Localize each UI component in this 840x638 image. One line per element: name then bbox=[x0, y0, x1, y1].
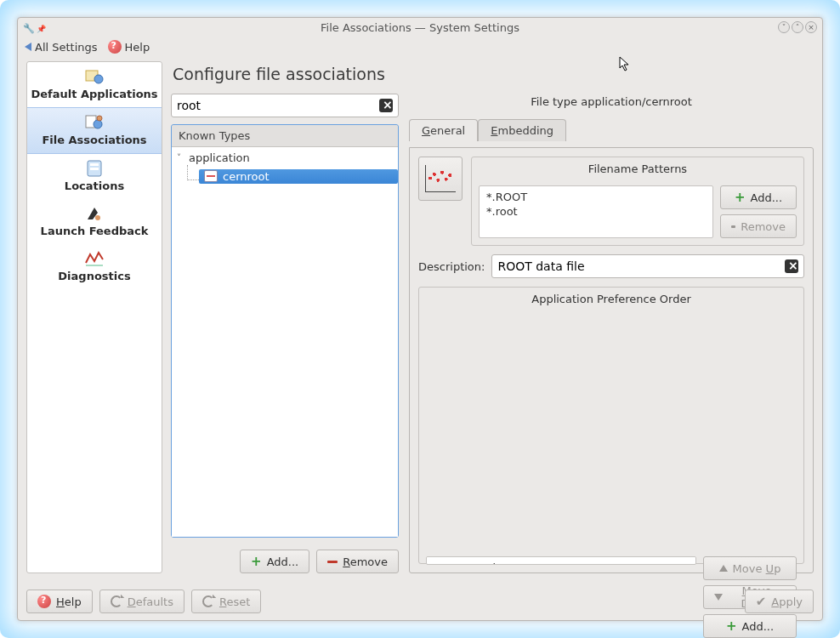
footer-apply-button[interactable]: ✔ Apply bbox=[745, 590, 814, 613]
reset-label: Reset bbox=[219, 595, 250, 608]
svg-point-3 bbox=[94, 120, 102, 128]
tabs: General Embedding bbox=[409, 118, 814, 140]
sidebar-item-launch-feedback[interactable]: Launch Feedback bbox=[27, 199, 162, 244]
footer: Help Defaults Reset ✔ Apply bbox=[18, 582, 822, 620]
window-title: File Associations — System Settings bbox=[321, 21, 519, 34]
svg-rect-7 bbox=[90, 168, 99, 170]
tree-node-label: cernroot bbox=[223, 170, 270, 183]
sidebar-item-label: Launch Feedback bbox=[41, 225, 149, 237]
sidebar: Default Applications File Associations L… bbox=[26, 61, 162, 573]
app-menu-icon[interactable] bbox=[23, 21, 35, 34]
diagnostics-icon bbox=[84, 249, 105, 268]
settings-window: File Associations — System Settings ˅ ˄ … bbox=[17, 17, 823, 621]
patterns-listbox[interactable]: *.ROOT *.root bbox=[479, 185, 713, 238]
minus-icon bbox=[731, 225, 735, 228]
sidebar-item-file-associations[interactable]: File Associations bbox=[27, 107, 162, 154]
page-title: Configure file associations bbox=[171, 61, 814, 94]
help-icon bbox=[37, 595, 51, 608]
apps-move-up-button[interactable]: Move Up bbox=[703, 556, 797, 580]
tab-panel-general: Filename Patterns *.ROOT *.root + Add. bbox=[409, 147, 814, 573]
move-up-label: Move Up bbox=[733, 562, 781, 575]
add-label: Add... bbox=[742, 620, 775, 633]
help-label: Help bbox=[56, 595, 82, 608]
toolbar: All Settings Help bbox=[18, 37, 822, 61]
file-type-label: File type application/cernroot bbox=[409, 94, 814, 111]
remove-label: Remove bbox=[741, 220, 786, 233]
patterns-title: Filename Patterns bbox=[479, 162, 797, 175]
known-types-header: Known Types bbox=[172, 125, 398, 147]
description-label: Description: bbox=[418, 260, 485, 273]
svg-point-4 bbox=[97, 116, 102, 121]
titlebar: File Associations — System Settings ˅ ˄ … bbox=[18, 18, 822, 37]
all-settings-label: All Settings bbox=[35, 41, 98, 54]
plus-icon: + bbox=[735, 190, 746, 205]
all-settings-button[interactable]: All Settings bbox=[25, 41, 98, 54]
known-types-tree[interactable]: ˅ application cernroot bbox=[172, 147, 398, 537]
footer-defaults-button[interactable]: Defaults bbox=[99, 590, 184, 613]
sidebar-item-label: File Associations bbox=[42, 134, 146, 146]
description-input-wrapper[interactable] bbox=[491, 254, 804, 278]
search-input[interactable] bbox=[177, 99, 379, 112]
types-remove-button[interactable]: Remove bbox=[316, 550, 399, 573]
description-input[interactable] bbox=[497, 259, 785, 273]
add-label: Add... bbox=[751, 191, 783, 204]
pin-icon[interactable] bbox=[37, 21, 46, 34]
sidebar-item-label: Default Applications bbox=[31, 88, 157, 100]
tab-general[interactable]: General bbox=[409, 119, 478, 141]
sidebar-item-label: Locations bbox=[65, 179, 124, 192]
tree-line bbox=[187, 165, 199, 180]
minimize-icon[interactable]: ˅ bbox=[778, 21, 790, 33]
list-item[interactable]: *.ROOT bbox=[486, 190, 706, 204]
footer-help-button[interactable]: Help bbox=[26, 590, 93, 613]
help-button[interactable]: Help bbox=[108, 40, 150, 54]
reset-icon bbox=[202, 595, 214, 607]
sidebar-item-diagnostics[interactable]: Diagnostics bbox=[27, 244, 162, 289]
apply-label: Apply bbox=[771, 595, 803, 608]
tree-node-application[interactable]: ˅ application bbox=[172, 151, 398, 165]
plus-icon: + bbox=[726, 618, 737, 634]
filetype-icon-button[interactable] bbox=[418, 157, 463, 201]
plus-icon: + bbox=[251, 554, 262, 569]
search-input-wrapper[interactable] bbox=[171, 94, 399, 117]
default-apps-icon bbox=[84, 67, 105, 86]
footer-reset-button[interactable]: Reset bbox=[191, 590, 261, 613]
tree-node-cernroot[interactable]: cernroot bbox=[187, 165, 398, 187]
clear-description-icon[interactable] bbox=[785, 259, 798, 273]
clear-search-icon[interactable] bbox=[379, 99, 393, 112]
apps-title: Application Preference Order bbox=[426, 293, 797, 553]
patterns-remove-button[interactable]: Remove bbox=[720, 214, 797, 238]
types-add-button[interactable]: + Add... bbox=[240, 550, 309, 573]
tree-node-label: application bbox=[189, 151, 250, 164]
root-chart-icon bbox=[425, 165, 456, 192]
defaults-icon bbox=[111, 595, 122, 607]
close-icon[interactable]: × bbox=[805, 21, 817, 33]
sidebar-item-label: Diagnostics bbox=[58, 270, 130, 282]
defaults-label: Defaults bbox=[128, 595, 173, 608]
list-item[interactable]: openroot.sh bbox=[434, 561, 689, 565]
sidebar-item-locations[interactable]: Locations bbox=[27, 154, 162, 199]
expander-icon[interactable]: ˅ bbox=[177, 153, 185, 162]
list-item[interactable]: *.root bbox=[486, 204, 706, 219]
svg-rect-6 bbox=[90, 163, 99, 166]
apps-listbox[interactable]: openroot.sh bbox=[426, 556, 696, 565]
maximize-icon[interactable]: ˄ bbox=[792, 21, 803, 33]
launch-feedback-icon bbox=[84, 204, 105, 223]
help-icon bbox=[108, 40, 122, 54]
minus-icon bbox=[327, 561, 338, 563]
svg-point-1 bbox=[94, 75, 103, 83]
sidebar-item-default-applications[interactable]: Default Applications bbox=[27, 62, 162, 107]
triangle-up-icon bbox=[719, 565, 728, 572]
tab-embedding[interactable]: Embedding bbox=[478, 119, 566, 141]
filetype-icon bbox=[204, 170, 218, 182]
file-assoc-icon bbox=[84, 113, 105, 132]
help-label: Help bbox=[125, 41, 150, 54]
back-arrow-icon bbox=[25, 43, 31, 51]
check-icon: ✔ bbox=[756, 594, 767, 609]
remove-label: Remove bbox=[343, 555, 388, 568]
svg-point-8 bbox=[95, 215, 100, 220]
locations-icon bbox=[84, 159, 105, 178]
patterns-add-button[interactable]: + Add... bbox=[720, 185, 797, 209]
add-label: Add... bbox=[267, 555, 299, 568]
